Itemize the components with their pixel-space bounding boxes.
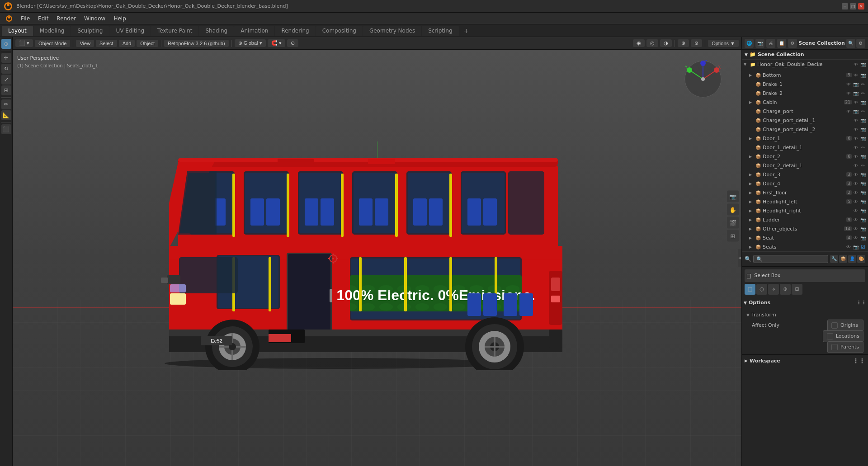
tree-item-seats[interactable]: ▶ 📦 Seats 👁 📷 ☑ [742,242,868,251]
menu-help[interactable]: Help [110,14,129,23]
tree-item-other[interactable]: ▶ 📦 Other_objects 14 👁 📷 [742,224,868,233]
rend-icon[interactable]: 📷 [860,117,866,123]
tree-item-bottom[interactable]: ▶ 📦 Bottom 5 👁 📷 [742,71,868,80]
props-icon-4[interactable]: 🎨 [857,255,865,263]
tab-modeling[interactable]: Modeling [33,26,71,36]
tree-item-cabin[interactable]: ▶ 📦 Cabin 21 👁 📷 [742,98,868,107]
parents-checkbox[interactable] [831,344,838,350]
filter-icon[interactable]: 🔍 [846,39,855,48]
vis-icon[interactable]: 👁 [853,180,859,187]
tree-item-chargeport-d2[interactable]: 📦 Charge_port_detail_2 👁 📷 [742,125,868,134]
props-scene-data-icon[interactable]: ⚙ [788,39,797,48]
rend-icon[interactable]: 📷 [853,81,859,87]
add-menu[interactable]: Add [119,40,135,47]
tab-geometry-nodes[interactable]: Geometry Nodes [363,26,421,36]
rend-icon[interactable]: 📷 [860,198,866,205]
rend-icon[interactable]: 📷 [860,217,866,223]
tool-transform[interactable]: ⊞ [1,85,11,95]
props-output-icon[interactable]: 🖨 [766,39,775,48]
select-box-btn[interactable]: □ [745,284,755,295]
transform-space-button[interactable]: ⊕ Global ▾ [235,39,266,47]
vis-icon[interactable]: 👁 [853,126,859,132]
rend-icon[interactable]: 📷 [853,108,859,114]
rend-icon[interactable]: 📷 [860,135,866,141]
tree-item-brake2[interactable]: 📦 Brake_2 👁 📷 ✏ [742,89,868,98]
tree-item-door1-d1[interactable]: 📦 Door_1_detail_1 👁 ✏ [742,143,868,152]
transform-header[interactable]: ▼ Transform [745,310,865,320]
vis-icon[interactable]: 👁 [853,162,859,169]
select-lasso-btn[interactable]: ⟡ [768,284,779,295]
camera-object-icon[interactable]: 🎬 [727,217,739,229]
tool-rotate[interactable]: ↻ [1,64,11,74]
camera-perspective-icon[interactable]: 📷 [727,191,739,202]
select-mode-2-btn[interactable]: ⊞ [792,284,802,295]
render-icon-action[interactable]: 📷 [860,61,866,67]
object-menu[interactable]: Object [137,40,158,47]
props-icon-2[interactable]: 📦 [839,255,847,263]
viewport-shading-rendered[interactable]: ◑ [660,39,672,47]
select-box-item[interactable]: □ Select Box [745,269,865,282]
tool-cursor[interactable]: ⊕ [1,39,11,49]
tree-item-chargeport-d1[interactable]: 📦 Charge_port_detail_1 👁 📷 [742,116,868,125]
edit-icon3[interactable]: ✏ [860,162,866,169]
edit-icon[interactable]: ✏ [860,108,866,114]
rend-icon[interactable]: 📷 [860,126,866,132]
maximize-button[interactable]: □ [850,3,856,9]
vis-icon[interactable]: 👁 [845,244,852,250]
tree-item-door2[interactable]: ▶ 📦 Door_2 6 👁 📷 [742,152,868,161]
tree-root-item[interactable]: ▼ 📁 Honor_Oak_Double_Decke 👁 📷 [742,60,868,69]
select-circle-btn[interactable]: ○ [756,284,767,295]
rend-icon[interactable]: 📷 [853,244,859,250]
snap-button[interactable]: 🧲 ▾ [268,39,285,47]
tab-layout[interactable]: Layout [2,26,33,36]
vis-icon[interactable]: 👁 [853,153,859,160]
options-header[interactable]: ▼ Options ⋮⋮ [742,297,868,308]
props-icon-1[interactable]: 🔧 [830,255,838,263]
tool-cube[interactable]: ⬛ [1,124,11,134]
rend-icon[interactable]: 📷 [860,72,866,78]
add-workspace-button[interactable]: + [459,25,474,36]
object-mode-button[interactable]: Object Mode [35,40,70,47]
nav-gizmo[interactable]: X Y Z [683,59,723,99]
vis-icon[interactable]: 👁 [853,217,859,223]
close-button[interactable]: ✕ [858,3,864,9]
rend-icon[interactable]: 📷 [860,235,866,241]
tree-item-door1[interactable]: ▶ 📦 Door_1 6 👁 📷 [742,134,868,143]
props-icon-3[interactable]: 👤 [848,255,856,263]
vis-icon[interactable]: 👁 [853,226,859,232]
rend-icon[interactable]: 📷 [860,99,866,105]
tool-measure[interactable]: 📐 [1,110,11,120]
tree-item-door2-d1[interactable]: 📦 Door_2_detail_1 👁 ✏ [742,161,868,170]
tool-search-input[interactable] [753,255,828,263]
more-options-icon[interactable]: ⚙ [856,39,865,48]
edit-icon2[interactable]: ✏ [860,144,866,151]
menu-render[interactable]: Render [53,14,80,23]
locations-checkbox[interactable] [827,333,833,339]
tab-rendering[interactable]: Rendering [275,26,315,36]
vis-icon[interactable]: 👁 [853,99,859,105]
vis-icon[interactable]: 👁 [853,198,859,205]
vis-icon[interactable]: 👁 [845,81,852,87]
rend-icon[interactable]: 📷 [860,180,866,187]
select-mode-1-btn[interactable]: ⊕ [780,284,791,295]
tree-item-firstfloor[interactable]: ▶ 📦 First_floor 2 👁 📷 [742,188,868,197]
vis-icon[interactable]: 👁 [853,189,859,196]
props-render-icon[interactable]: 📷 [755,39,764,48]
vis-icon[interactable]: 👁 [845,90,852,96]
tree-item-door3[interactable]: ▶ 📦 Door_3 3 👁 📷 [742,170,868,179]
edit-icon[interactable]: ✏ [860,81,866,87]
options-button[interactable]: Options ▼ [708,40,739,47]
pan-icon[interactable]: ✋ [727,204,739,216]
menu-edit[interactable]: Edit [34,14,52,23]
vis-icon[interactable]: 👁 [853,117,859,123]
vis-icon[interactable]: 👁 [853,171,859,178]
workspace-section[interactable]: ▶ Workspace ⋮⋮ [742,354,868,367]
sidebar-collapse-handle[interactable]: ◀ [738,249,741,267]
tab-animation[interactable]: Animation [234,26,274,36]
vis-icon[interactable]: 👁 [853,144,859,151]
tool-move[interactable]: ✛ [1,53,11,63]
viewport-shading-solid[interactable]: ◉ [633,39,645,47]
vis-icon[interactable]: 👁 [853,207,859,214]
view-menu[interactable]: View [76,40,94,47]
visibility-icon[interactable]: 👁 [853,61,859,67]
